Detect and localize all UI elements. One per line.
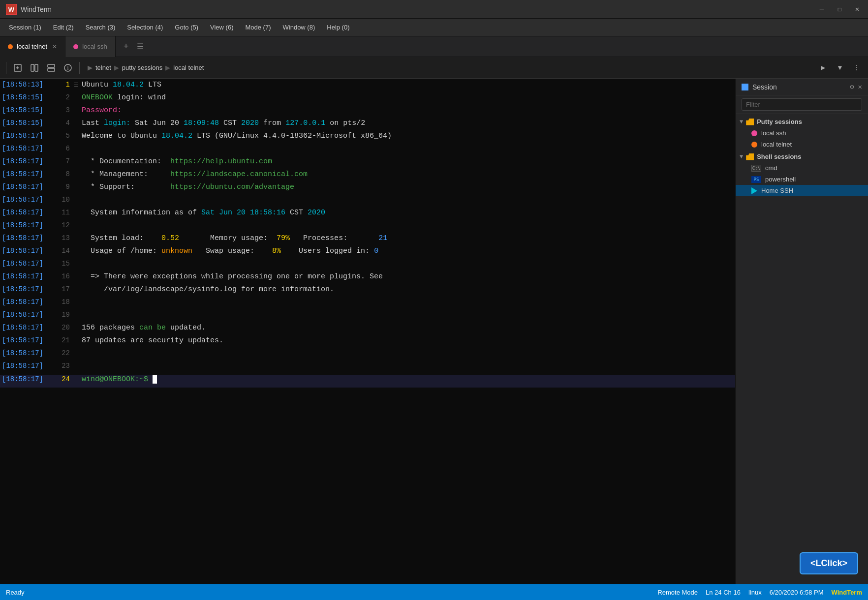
term-line: [18:58:17] 9 * Support: https://ubuntu.c…: [0, 183, 735, 196]
term-line: [18:58:17] 18: [0, 298, 735, 311]
toolbar-sep-1: [6, 62, 6, 74]
term-line: [18:58:17] 16 => There were exceptions w…: [0, 272, 735, 285]
folder-icon: [746, 153, 754, 160]
tree-group-putty: ▼ Putty sessions local ssh local telnet: [736, 116, 868, 150]
tree-item-powershell-label: powershell: [765, 176, 796, 183]
tab-local-ssh[interactable]: local ssh: [65, 36, 116, 57]
menu-goto[interactable]: Goto (5): [170, 22, 203, 33]
statusbar-ready: Ready: [6, 589, 25, 596]
sidebar-panel: Session ⚙ ✕ ▼ Putty sessions: [735, 79, 868, 584]
term-line: [18:58:17] 23: [0, 362, 735, 375]
sidebar-filter-container: [736, 95, 868, 114]
sidebar-settings-icon[interactable]: ⚙: [850, 83, 854, 91]
tab-local-telnet-label: local telnet: [17, 43, 47, 50]
statusbar-position: Ln 24 Ch 16: [706, 589, 741, 596]
term-line: [18:58:17] 7 * Documentation: https://he…: [0, 157, 735, 170]
svg-rect-7: [48, 64, 55, 67]
svg-rect-6: [35, 64, 38, 71]
breadcrumb-putty: putty sessions: [122, 64, 162, 71]
term-line: [18:58:17] 19: [0, 311, 735, 324]
statusbar-os: linux: [748, 589, 762, 596]
tree-group-putty-label: Putty sessions: [757, 118, 802, 125]
term-prompt-line: [18:58:17] 24 wind@ONEBOOK:~$: [0, 375, 735, 388]
lclick-button[interactable]: <LClick>: [800, 552, 858, 574]
term-line: [18:58:17] 17 /var/log/landscape/sysinfo…: [0, 285, 735, 298]
tree-group-putty-header[interactable]: ▼ Putty sessions: [736, 116, 868, 127]
menu-session[interactable]: Session (1): [4, 22, 46, 33]
toolbar: i ▶ telnet ▶ putty sessions ▶ local teln…: [0, 57, 868, 79]
term-line: [18:58:15] 4 Last login: Sat Jun 20 18:0…: [0, 119, 735, 132]
statusbar: Ready Remote Mode Ln 24 Ch 16 linux 6/20…: [0, 584, 868, 600]
close-button[interactable]: ✕: [852, 5, 862, 13]
new-session-button[interactable]: [10, 60, 25, 75]
toolbar-sep-2: [79, 62, 80, 74]
sidebar-title: Session: [752, 83, 846, 91]
tree-item-local-telnet-label: local telnet: [761, 141, 792, 148]
tree-item-cmd-label: cmd: [765, 164, 777, 172]
svg-rect-5: [31, 64, 34, 71]
term-line: [18:58:17] 12: [0, 221, 735, 234]
menu-window[interactable]: Window (8): [278, 22, 320, 33]
term-line: [18:58:17] 5 Welcome to Ubuntu 18.04.2 L…: [0, 132, 735, 145]
tab-local-ssh-label: local ssh: [82, 43, 107, 50]
term-line: [18:58:17] 8 * Management: https://lands…: [0, 170, 735, 183]
sidebar-header: Session ⚙ ✕: [736, 79, 868, 95]
breadcrumb-right-button[interactable]: ▶: [816, 60, 831, 75]
svg-text:i: i: [67, 65, 68, 71]
tab-close-icon[interactable]: ✕: [52, 43, 57, 50]
ssh-icon: [751, 187, 757, 194]
statusbar-remote-mode: Remote Mode: [657, 589, 698, 596]
tree-item-home-ssh-label: Home SSH: [761, 187, 793, 194]
terminal[interactable]: [18:58:13] 1 ☰ Ubuntu 18.04.2 LTS [18:58…: [0, 79, 735, 584]
tree-group-shell: ▼ Shell sessions C:\ cmd PS powershell: [736, 151, 868, 196]
menu-selection[interactable]: Selection (4): [122, 22, 168, 33]
statusbar-datetime: 6/20/2020 6:58 PM: [770, 589, 824, 596]
tree-item-local-telnet[interactable]: local telnet: [736, 139, 868, 150]
sidebar-filter-input[interactable]: [742, 98, 862, 111]
tree-item-local-ssh-label: local ssh: [761, 129, 786, 137]
window-controls: — ☐ ✕: [817, 5, 862, 13]
term-line: [18:58:17] 10: [0, 196, 735, 209]
tree-item-home-ssh[interactable]: Home SSH: [736, 185, 868, 196]
info-button[interactable]: i: [61, 60, 75, 75]
menu-mode[interactable]: Mode (7): [240, 22, 276, 33]
term-line: [18:58:13] 1 ☰ Ubuntu 18.04.2 LTS: [0, 81, 735, 93]
menu-help[interactable]: Help (0): [322, 22, 354, 33]
tab-menu-button[interactable]: ☰: [133, 42, 148, 52]
tree-item-powershell[interactable]: PS powershell: [736, 174, 868, 185]
menubar: Session (1) Edit (2) Search (3) Selectio…: [0, 19, 868, 36]
term-line: [18:58:17] 21 87 updates are security up…: [0, 336, 735, 349]
term-line: [18:58:17] 13 System load: 0.52 Memory u…: [0, 234, 735, 247]
tree-item-local-ssh[interactable]: local ssh: [736, 127, 868, 139]
chevron-down-icon: ▼: [740, 119, 743, 125]
terminal-cursor: [153, 375, 157, 384]
tree-item-cmd[interactable]: C:\ cmd: [736, 162, 868, 174]
session-icon: [742, 84, 748, 90]
powershell-icon: PS: [751, 176, 761, 183]
minimize-button[interactable]: —: [817, 5, 827, 13]
main-layout: [18:58:13] 1 ☰ Ubuntu 18.04.2 LTS [18:58…: [0, 79, 868, 584]
term-line: [18:58:17] 11 System information as of S…: [0, 209, 735, 221]
menu-edit[interactable]: Edit (2): [48, 22, 79, 33]
sidebar-close-icon[interactable]: ✕: [858, 83, 862, 91]
titlebar: W WindTerm — ☐ ✕: [0, 0, 868, 19]
svg-text:W: W: [8, 6, 15, 13]
menu-view[interactable]: View (6): [205, 22, 238, 33]
menu-search[interactable]: Search (3): [81, 22, 121, 33]
app-title: WindTerm: [21, 5, 52, 13]
term-line: [18:58:15] 2 ONEBOOK login: wind: [0, 93, 735, 106]
tab-local-telnet[interactable]: local telnet ✕: [0, 36, 65, 57]
tree-group-shell-header[interactable]: ▼ Shell sessions: [736, 151, 868, 162]
term-line: [18:58:17] 14 Usage of /home: unknown Sw…: [0, 247, 735, 260]
split-vertical-button[interactable]: [44, 60, 59, 75]
term-line: [18:58:17] 22: [0, 349, 735, 362]
tab-add-button[interactable]: +: [120, 42, 133, 52]
tree-group-shell-label: Shell sessions: [757, 153, 801, 160]
tab-dot-orange: [8, 44, 13, 49]
restore-button[interactable]: ☐: [835, 5, 844, 13]
breadcrumb-down-button[interactable]: ▼: [833, 60, 847, 75]
more-button[interactable]: ⋮: [849, 60, 864, 75]
session-dot-orange: [751, 142, 757, 148]
folder-icon: [746, 119, 754, 125]
split-horizontal-button[interactable]: [27, 60, 42, 75]
